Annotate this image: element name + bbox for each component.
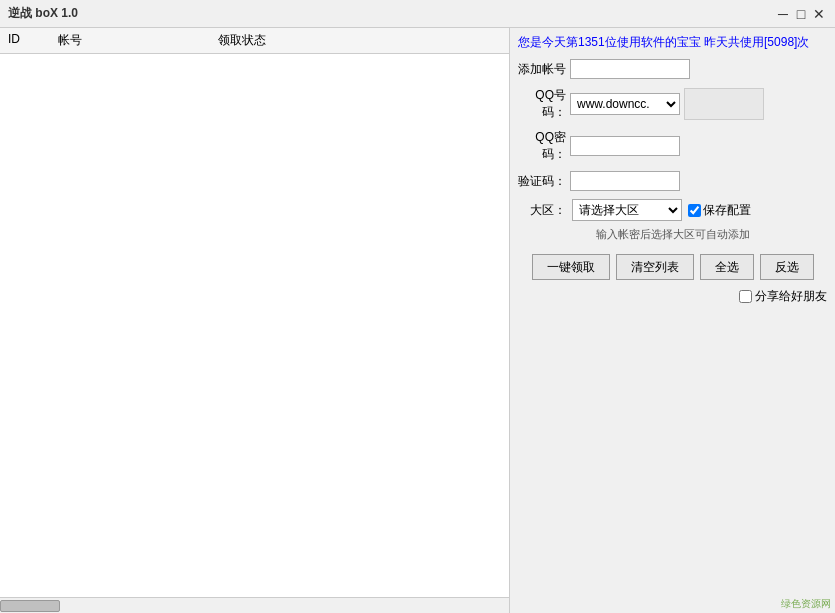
table-header: ID 帐号 领取状态	[0, 28, 509, 54]
right-panel: 您是今天第1351位使用软件的宝宝 昨天共使用[5098]次 添加帐号 QQ号码…	[510, 28, 835, 613]
qq-password-label: QQ密码：	[518, 129, 566, 163]
window-controls: ─ □ ✕	[775, 6, 827, 22]
col-id: ID	[8, 32, 58, 49]
save-config-checkbox[interactable]	[688, 204, 701, 217]
captcha-image	[684, 88, 764, 120]
region-label: 大区：	[518, 202, 566, 219]
share-checkbox[interactable]	[739, 290, 752, 303]
qq-select[interactable]: www.downcc.	[570, 93, 680, 115]
scrollbar-thumb[interactable]	[0, 600, 60, 612]
captcha-row: 验证码：	[518, 171, 827, 191]
hint-text: 输入帐密后选择大区可自动添加	[518, 227, 827, 242]
title-bar: 逆战 boX 1.0 ─ □ ✕	[0, 0, 835, 28]
action-buttons: 一键领取 清空列表 全选 反选	[518, 254, 827, 280]
col-status: 领取状态	[218, 32, 501, 49]
add-account-row: 添加帐号	[518, 59, 827, 79]
left-panel: ID 帐号 领取状态	[0, 28, 510, 613]
close-button[interactable]: ✕	[811, 6, 827, 22]
watermark: 绿色资源网	[781, 597, 831, 611]
share-text: 分享给好朋友	[755, 288, 827, 305]
qq-password-row: QQ密码：	[518, 129, 827, 163]
region-row: 大区： 请选择大区 保存配置	[518, 199, 827, 221]
invert-button[interactable]: 反选	[760, 254, 814, 280]
qq-label: QQ号码：	[518, 87, 566, 121]
save-config-text: 保存配置	[703, 202, 751, 219]
info-text: 您是今天第1351位使用软件的宝宝 昨天共使用[5098]次	[518, 35, 809, 49]
maximize-button[interactable]: □	[793, 6, 809, 22]
add-account-label: 添加帐号	[518, 61, 566, 78]
minimize-button[interactable]: ─	[775, 6, 791, 22]
captcha-input[interactable]	[570, 171, 680, 191]
clear-button[interactable]: 清空列表	[616, 254, 694, 280]
table-body[interactable]	[0, 54, 509, 597]
info-bar: 您是今天第1351位使用软件的宝宝 昨天共使用[5098]次	[518, 34, 827, 51]
main-container: ID 帐号 领取状态 您是今天第1351位使用软件的宝宝 昨天共使用[5098]…	[0, 28, 835, 613]
app-title: 逆战 boX 1.0	[8, 5, 78, 22]
table-scrollbar[interactable]	[0, 597, 509, 613]
captcha-label: 验证码：	[518, 173, 566, 190]
save-config-label[interactable]: 保存配置	[688, 202, 751, 219]
share-label[interactable]: 分享给好朋友	[739, 288, 827, 305]
share-row: 分享给好朋友	[518, 288, 827, 305]
qq-password-input[interactable]	[570, 136, 680, 156]
col-account: 帐号	[58, 32, 218, 49]
select-all-button[interactable]: 全选	[700, 254, 754, 280]
claim-button[interactable]: 一键领取	[532, 254, 610, 280]
qq-number-row: QQ号码： www.downcc.	[518, 87, 827, 121]
region-select[interactable]: 请选择大区	[572, 199, 682, 221]
add-account-input[interactable]	[570, 59, 690, 79]
